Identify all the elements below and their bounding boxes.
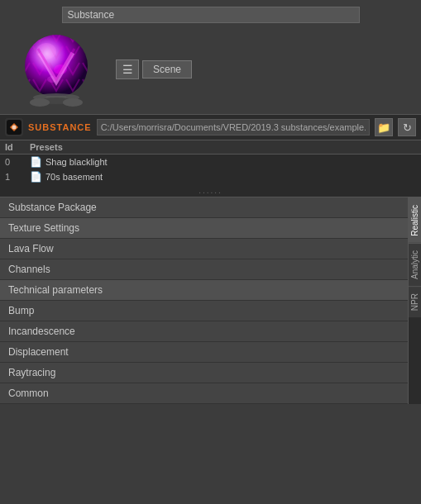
folder-icon: 📁: [377, 121, 390, 134]
preset-row-0[interactable]: 0 📄 Shag blacklight: [0, 155, 421, 169]
tab-npr[interactable]: NPR: [409, 286, 421, 317]
preset-name-1: 📄 70s basement: [30, 171, 416, 183]
name-input-row: [7, 7, 414, 23]
sphere-container: [7, 28, 106, 111]
section-substance-package[interactable]: Substance Package: [0, 197, 408, 218]
svg-point-14: [12, 126, 17, 130]
preset-row-1[interactable]: 1 📄 70s basement: [0, 169, 421, 184]
substance-bar: SUBSTANCE 📁 ↻: [0, 114, 421, 140]
name-input[interactable]: [62, 7, 360, 23]
preview-row: ☰ Scene: [7, 28, 414, 111]
svg-point-7: [25, 35, 88, 97]
main-content: Substance Package Texture Settings Lava …: [0, 197, 421, 404]
section-technical-parameters[interactable]: Technical parameters: [0, 280, 408, 301]
section-incandescence[interactable]: Incandescence: [0, 321, 408, 342]
presets-container: Id Presets 0 📄 Shag blacklight 1 📄 70s b…: [0, 140, 421, 197]
preset-name-0: 📄 Shag blacklight: [30, 156, 416, 168]
section-raytracing[interactable]: Raytracing: [0, 363, 408, 383]
sections-panel: Substance Package Texture Settings Lava …: [0, 197, 408, 404]
section-lava-flow[interactable]: Lava Flow: [0, 239, 408, 259]
scene-button[interactable]: Scene: [142, 60, 192, 78]
section-common[interactable]: Common: [0, 383, 408, 404]
substance-label-text: SUBSTANCE: [28, 122, 92, 132]
svg-point-12: [63, 98, 83, 107]
preset-doc-icon-0: 📄: [30, 156, 42, 168]
preset-id-1: 1: [5, 172, 30, 182]
section-channels[interactable]: Channels: [0, 259, 408, 280]
presets-column-header: Presets: [30, 142, 416, 152]
preset-doc-icon-1: 📄: [30, 171, 42, 183]
list-icon-button[interactable]: ☰: [116, 59, 139, 79]
substance-logo: [5, 118, 23, 136]
tab-realistic[interactable]: Realistic: [409, 197, 421, 243]
scene-button-label: Scene: [153, 64, 181, 75]
preset-id-0: 0: [5, 157, 30, 167]
right-tabs: Realistic Analytic NPR: [408, 197, 421, 404]
sphere-preview: [15, 28, 98, 111]
section-bump[interactable]: Bump: [0, 301, 408, 321]
svg-point-11: [30, 98, 50, 107]
folder-button[interactable]: 📁: [375, 118, 393, 136]
refresh-button[interactable]: ↻: [398, 118, 416, 136]
file-path-input[interactable]: [97, 119, 370, 136]
tab-analytic[interactable]: Analytic: [409, 243, 421, 286]
section-texture-settings[interactable]: Texture Settings: [0, 218, 408, 239]
preview-area: ☰ Scene: [0, 0, 421, 114]
ellipsis-row: ......: [0, 184, 421, 197]
presets-header: Id Presets: [0, 140, 421, 155]
refresh-icon: ↻: [403, 121, 412, 134]
section-displacement[interactable]: Displacement: [0, 342, 408, 363]
id-column-header: Id: [5, 142, 30, 152]
